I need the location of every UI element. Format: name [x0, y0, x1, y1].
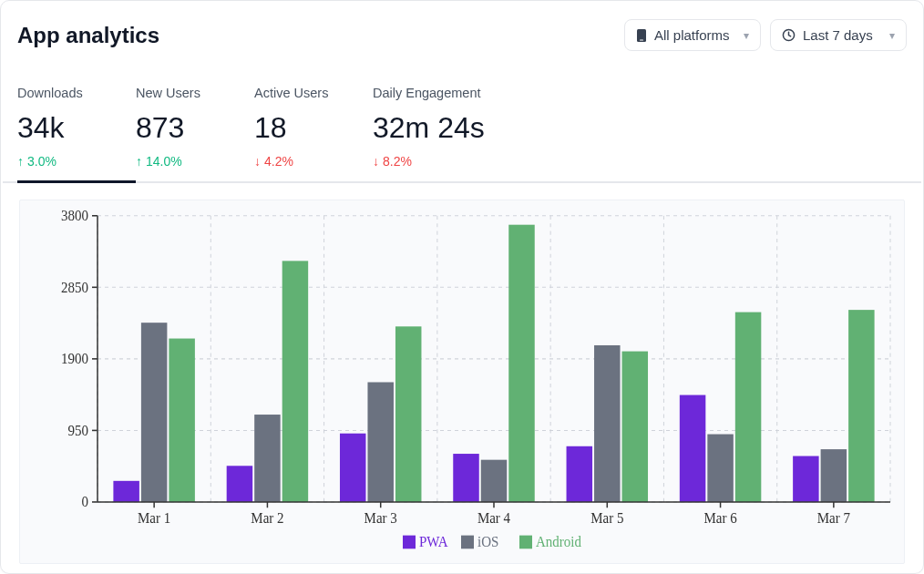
metric-delta: ↑ 14.0% [136, 154, 254, 169]
metric-new-users[interactable]: New Users 873 ↑ 14.0% [136, 84, 254, 181]
metric-delta: ↓ 8.2% [373, 154, 555, 169]
arrow-down-icon: ↓ [254, 154, 261, 169]
metric-label: Active Users [254, 86, 373, 100]
downloads-bar-chart: 0950190028503800Mar 1Mar 2Mar 3Mar 4Mar … [20, 200, 904, 563]
svg-rect-37 [367, 382, 393, 501]
metric-engagement[interactable]: Daily Engagement 32m 24s ↓ 8.2% [373, 84, 555, 181]
metric-value: 32m 24s [373, 111, 555, 145]
svg-text:2850: 2850 [61, 279, 88, 294]
range-filter-dropdown[interactable]: Last 7 days ▾ [770, 19, 907, 51]
platform-filter-label: All platforms [654, 27, 736, 43]
svg-rect-31 [227, 466, 252, 502]
svg-text:Mar 4: Mar 4 [477, 510, 511, 526]
metric-delta: ↑ 3.0% [17, 154, 136, 169]
svg-text:950: 950 [68, 422, 89, 437]
metric-delta-value: 3.0% [27, 154, 56, 169]
svg-rect-57 [821, 449, 847, 502]
svg-text:Mar 7: Mar 7 [817, 510, 851, 526]
arrow-up-icon: ↑ [136, 154, 142, 169]
svg-rect-41 [453, 454, 478, 502]
svg-rect-36 [340, 434, 365, 502]
svg-rect-26 [113, 481, 139, 502]
chevron-down-icon: ▾ [744, 29, 749, 42]
svg-rect-46 [567, 446, 592, 502]
metric-delta-value: 8.2% [383, 154, 412, 169]
chevron-down-icon: ▾ [889, 29, 895, 42]
metric-label: Daily Engagement [373, 86, 555, 100]
svg-rect-38 [395, 326, 421, 502]
svg-text:Mar 3: Mar 3 [364, 510, 398, 526]
svg-rect-27 [141, 323, 167, 502]
chart-surface: 0950190028503800Mar 1Mar 2Mar 3Mar 4Mar … [19, 200, 905, 564]
metric-active-users[interactable]: Active Users 18 ↓ 4.2% [254, 84, 373, 181]
svg-text:PWA: PWA [419, 534, 448, 549]
svg-rect-1 [640, 39, 643, 40]
metric-value: 34k [17, 111, 136, 145]
chart-container: 0950190028503800Mar 1Mar 2Mar 3Mar 4Mar … [3, 183, 921, 573]
svg-text:Mar 1: Mar 1 [138, 510, 170, 526]
svg-rect-52 [707, 435, 733, 502]
svg-text:Mar 2: Mar 2 [251, 510, 283, 526]
metric-value: 873 [136, 111, 254, 145]
analytics-card: App analytics All platforms ▾ Last 7 day… [0, 0, 924, 574]
svg-rect-67 [519, 536, 532, 549]
svg-rect-51 [680, 395, 705, 502]
svg-text:1900: 1900 [61, 351, 88, 366]
svg-text:3800: 3800 [61, 208, 88, 223]
svg-rect-48 [622, 352, 648, 502]
svg-text:0: 0 [82, 494, 89, 509]
clock-icon [782, 28, 796, 42]
svg-rect-32 [254, 415, 280, 502]
svg-text:Mar 6: Mar 6 [703, 510, 737, 526]
svg-text:Android: Android [536, 534, 581, 549]
svg-text:Mar 5: Mar 5 [590, 510, 624, 526]
svg-rect-42 [481, 460, 507, 502]
range-filter-label: Last 7 days [803, 27, 882, 43]
device-icon [636, 28, 647, 43]
metric-value: 18 [254, 111, 373, 145]
svg-rect-56 [793, 456, 818, 502]
metric-delta: ↓ 4.2% [254, 154, 373, 169]
metrics-row: Downloads 34k ↑ 3.0% New Users 873 ↑ 14.… [3, 56, 921, 183]
svg-rect-58 [848, 310, 874, 502]
page-title: App analytics [17, 23, 615, 48]
svg-rect-33 [282, 261, 308, 502]
metric-label: Downloads [17, 86, 136, 100]
metric-downloads[interactable]: Downloads 34k ↑ 3.0% [17, 84, 136, 181]
card-header: App analytics All platforms ▾ Last 7 day… [3, 3, 921, 56]
svg-text:iOS: iOS [477, 534, 498, 549]
metric-delta-value: 14.0% [146, 154, 182, 169]
svg-rect-47 [594, 345, 620, 502]
arrow-up-icon: ↑ [17, 154, 24, 169]
svg-rect-65 [461, 536, 474, 549]
svg-rect-63 [403, 536, 416, 549]
svg-rect-28 [169, 339, 194, 502]
metric-delta-value: 4.2% [264, 154, 293, 169]
arrow-down-icon: ↓ [373, 154, 379, 169]
metric-label: New Users [136, 86, 254, 100]
platform-filter-dropdown[interactable]: All platforms ▾ [624, 19, 761, 51]
svg-rect-53 [735, 313, 761, 502]
svg-rect-43 [508, 225, 534, 502]
